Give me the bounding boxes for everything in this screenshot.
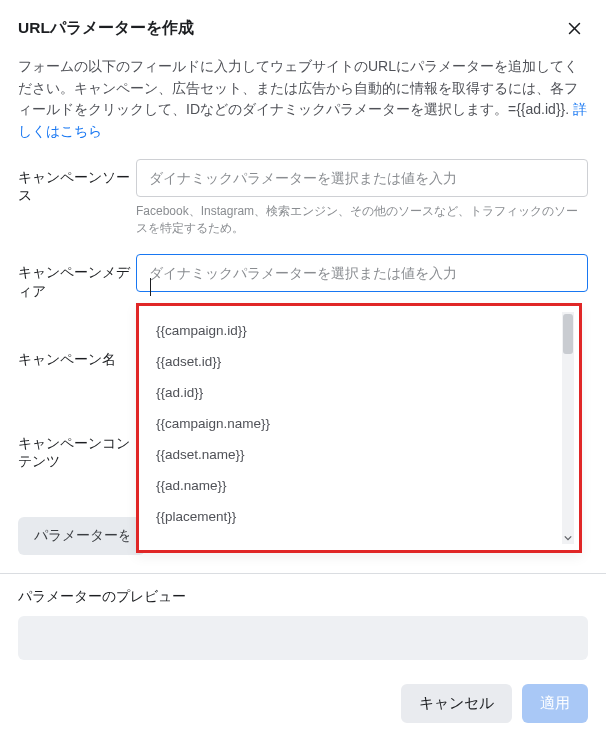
close-icon [566, 20, 583, 37]
label-campaign-name: キャンペーン名 [18, 351, 136, 369]
add-parameter-button[interactable]: パラメーターを追加 [18, 517, 145, 555]
dynamic-parameter-dropdown: {{campaign.id}} {{adset.id}} {{ad.id}} {… [136, 303, 582, 553]
dropdown-item-adset-id[interactable]: {{adset.id}} [142, 346, 576, 377]
url-parameters-dialog: URLパラメーターを作成 フォームの以下のフィールドに入力してウェブサイトのUR… [0, 0, 606, 741]
dropdown-list: {{campaign.id}} {{adset.id}} {{ad.id}} {… [142, 309, 576, 538]
text-cursor [150, 278, 151, 296]
dialog-body: キャンペーンソース Facebook、Instagram、検索エンジン、その他の… [0, 159, 606, 666]
section-divider [0, 573, 606, 574]
dropdown-item-ad-id[interactable]: {{ad.id}} [142, 377, 576, 408]
label-campaign-medium: キャンペーンメディア [18, 254, 136, 300]
dropdown-item-ad-name[interactable]: {{ad.name}} [142, 470, 576, 501]
dialog-title: URLパラメーターを作成 [18, 18, 194, 39]
dialog-header: URLパラメーターを作成 [0, 0, 606, 52]
close-button[interactable] [560, 14, 588, 42]
preview-box [18, 616, 588, 660]
dropdown-item-adset-name[interactable]: {{adset.name}} [142, 439, 576, 470]
cancel-button[interactable]: キャンセル [401, 684, 512, 723]
dropdown-item-campaign-id[interactable]: {{campaign.id}} [142, 315, 576, 346]
field-campaign-source: キャンペーンソース Facebook、Instagram、検索エンジン、その他の… [18, 159, 588, 237]
scrollbar-thumb[interactable] [563, 314, 573, 354]
helper-campaign-source: Facebook、Instagram、検索エンジン、その他のソースなど、トラフィ… [136, 203, 588, 237]
input-campaign-medium[interactable] [136, 254, 588, 292]
field-campaign-medium: キャンペーンメディア [18, 254, 588, 300]
add-parameter-label: パラメーターを追加 [34, 527, 129, 545]
preview-title: パラメーターのプレビュー [18, 588, 588, 616]
dropdown-scrollbar[interactable] [562, 312, 574, 544]
input-campaign-source[interactable] [136, 159, 588, 197]
dialog-footer: キャンセル 適用 [0, 666, 606, 741]
label-campaign-content: キャンペーンコンテンツ [18, 435, 136, 471]
dropdown-item-placement[interactable]: {{placement}} [142, 501, 576, 532]
description-text: フォームの以下のフィールドに入力してウェブサイトのURLにパラメーターを追加して… [18, 58, 578, 117]
label-campaign-source: キャンペーンソース [18, 159, 136, 205]
apply-button[interactable]: 適用 [522, 684, 588, 723]
dialog-description: フォームの以下のフィールドに入力してウェブサイトのURLにパラメーターを追加して… [0, 52, 606, 159]
scrollbar-down-arrow-icon[interactable] [562, 532, 574, 544]
dropdown-item-campaign-name[interactable]: {{campaign.name}} [142, 408, 576, 439]
